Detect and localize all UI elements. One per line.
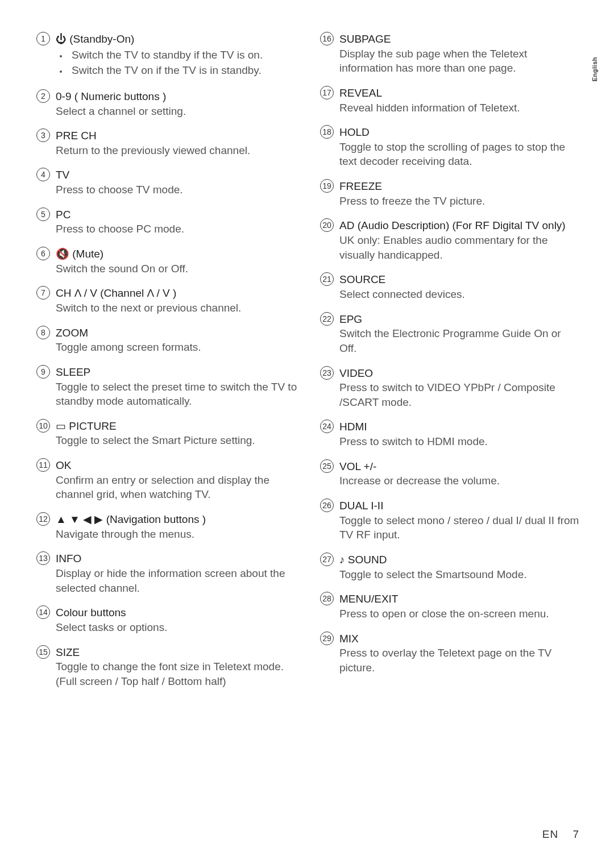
item-body: DUAL I-IIToggle to select mono / stereo … [339, 499, 581, 542]
item-title: PC [56, 209, 70, 221]
item-icon: ♪ [339, 554, 348, 566]
item-title: CH Λ / V (Channel Λ / V ) [56, 287, 176, 299]
list-item: 16SUBPAGEDisplay the sub page when the T… [320, 32, 581, 76]
item-description: Display or hide the information screen a… [56, 566, 297, 595]
item-description: Switch the sound On or Off. [56, 261, 297, 276]
item-title-line: ⏻ (Standby-On) [56, 32, 297, 47]
item-title: Colour buttons [56, 607, 126, 618]
item-body: VIDEOPress to switch to VIDEO YPbPr / Co… [339, 366, 581, 410]
item-title: SOUND [348, 554, 387, 566]
item-body: SIZEToggle to change the font size in Te… [56, 645, 297, 689]
item-body: MENU/EXITPress to open or close the on-s… [339, 592, 581, 621]
number-circle: 4 [36, 168, 50, 181]
list-item: 27♪ SOUNDToggle to select the Smartsound… [320, 553, 581, 582]
item-number: 29 [320, 632, 339, 645]
list-item: 8ZOOMToggle among screen formats. [36, 326, 297, 355]
item-number: 28 [320, 592, 339, 605]
number-circle: 7 [36, 286, 50, 300]
item-icon: ⏻ [56, 33, 69, 45]
item-number: 11 [36, 458, 56, 472]
item-number: 26 [320, 499, 339, 512]
item-description: Press to switch to HDMI mode. [339, 434, 581, 449]
item-body: PCPress to choose PC mode. [56, 207, 297, 236]
list-item: 13INFODisplay or hide the information sc… [36, 551, 297, 595]
item-title: REVEAL [339, 87, 382, 99]
item-number: 19 [320, 179, 339, 193]
number-circle: 13 [36, 551, 50, 565]
item-title-line: TV [56, 168, 297, 182]
item-body: TVPress to choose TV mode. [56, 168, 297, 197]
item-body: 0-9 ( Numeric buttons )Select a channel … [56, 89, 297, 118]
item-number: 24 [320, 420, 339, 433]
item-title-line: ZOOM [56, 326, 297, 340]
item-description: Toggle among screen formats. [56, 340, 297, 355]
item-body: SOURCESelect connected devices. [339, 272, 581, 301]
item-number: 27 [320, 553, 339, 566]
item-description: Toggle to select the preset time to swit… [56, 380, 297, 409]
item-description: Reveal hidden information of Teletext. [339, 101, 581, 115]
item-title: TV [56, 169, 69, 181]
list-item: 4TVPress to choose TV mode. [36, 168, 297, 197]
list-item: 25VOL +/-Increase or decrease the volume… [320, 459, 581, 488]
list-item: 10▭ PICTUREToggle to select the Smart Pi… [36, 419, 297, 448]
item-body: OKConfirm an entry or selection and disp… [56, 458, 297, 502]
item-description: Press to open or close the on-screen men… [339, 607, 581, 621]
item-title-line: SOURCE [339, 272, 581, 287]
bullet-item: Switch the TV to standby if the TV is on… [68, 48, 297, 63]
item-title-line: ▲ ▼ ◀ ▶ (Navigation buttons ) [56, 512, 297, 527]
item-number: 6 [36, 247, 56, 260]
number-circle: 18 [320, 125, 334, 139]
number-circle: 21 [320, 272, 334, 286]
list-item: 15SIZEToggle to change the font size in … [36, 645, 297, 689]
item-description: Navigate through the menus. [56, 527, 297, 542]
item-number: 23 [320, 366, 339, 380]
item-number: 18 [320, 125, 339, 139]
list-item: 3PRE CHReturn to the previously viewed c… [36, 128, 297, 157]
item-title: 0-9 ( Numeric buttons ) [56, 90, 166, 102]
item-body: 🔇 (Mute)Switch the sound On or Off. [56, 247, 297, 276]
item-body: INFODisplay or hide the information scre… [56, 551, 297, 595]
list-item: 17REVEALReveal hidden information of Tel… [320, 86, 581, 115]
item-title: AD (Audio Description) (For RF Digital T… [339, 219, 566, 231]
item-body: REVEALReveal hidden information of Telet… [339, 86, 581, 115]
item-number: 15 [36, 645, 56, 659]
item-title-line: AD (Audio Description) (For RF Digital T… [339, 218, 581, 233]
number-circle: 26 [320, 499, 334, 512]
item-title: OK [56, 459, 71, 471]
language-tab: English [591, 57, 598, 81]
item-number: 4 [36, 168, 56, 181]
list-item: 1⏻ (Standby-On)Switch the TV to standby … [36, 32, 297, 79]
bullet-item: Switch the TV on if the TV is in standby… [68, 63, 297, 78]
item-title-line: FREEZE [339, 179, 581, 194]
item-title: (Standby-On) [69, 33, 134, 45]
number-circle: 22 [320, 312, 334, 326]
item-body: Colour buttonsSelect tasks or options. [56, 605, 297, 634]
item-title: MIX [339, 633, 359, 645]
item-body: ⏻ (Standby-On)Switch the TV to standby i… [56, 32, 297, 79]
list-item: 11OKConfirm an entry or selection and di… [36, 458, 297, 502]
item-number: 1 [36, 32, 56, 45]
number-circle: 11 [36, 458, 50, 472]
item-title-line: REVEAL [339, 86, 581, 101]
item-description: Press to choose TV mode. [56, 182, 297, 197]
number-circle: 8 [36, 326, 50, 339]
item-title: ZOOM [56, 327, 88, 339]
item-description: Switch to the next or previous channel. [56, 301, 297, 315]
item-description: Select a channel or setting. [56, 104, 297, 119]
item-title-line: EPG [339, 312, 581, 327]
number-circle: 2 [36, 89, 50, 103]
item-title-line: 0-9 ( Numeric buttons ) [56, 89, 297, 104]
item-title-line: HOLD [339, 125, 581, 140]
item-title: VIDEO [339, 367, 373, 379]
item-description: Confirm an entry or selection and displa… [56, 473, 297, 502]
item-title-line: MENU/EXIT [339, 592, 581, 607]
item-body: SLEEPToggle to select the preset time to… [56, 365, 297, 409]
item-title-line: VOL +/- [339, 459, 581, 474]
item-body: VOL +/-Increase or decrease the volume. [339, 459, 581, 488]
item-description: Switch the Electronic Programme Guide On… [339, 326, 581, 355]
item-description: Press to overlay the Teletext page on th… [339, 646, 581, 675]
item-body: SUBPAGEDisplay the sub page when the Tel… [339, 32, 581, 76]
item-title: SOURCE [339, 273, 385, 285]
item-description: Toggle to stop the scrolling of pages to… [339, 140, 581, 169]
number-circle: 19 [320, 179, 334, 193]
